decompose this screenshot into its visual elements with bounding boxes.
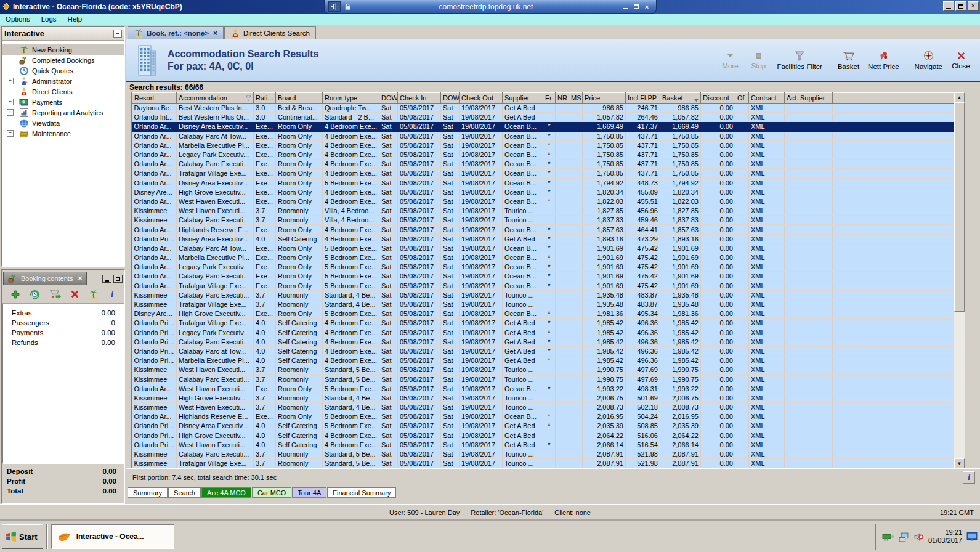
table-row[interactable]: Orlando Ar...Calabay Parc At Tow...Exe..… [132, 243, 954, 253]
column-header-resort[interactable]: Resort [132, 93, 177, 104]
palm-icon[interactable] [89, 290, 99, 299]
table-row[interactable]: KissimmeeTrafalgar Village Exe...3.7Room… [132, 459, 954, 468]
scroll-up-button[interactable]: ▲ [954, 92, 965, 102]
table-row[interactable]: KissimmeeCalabay Parc Executi...3.7Roomo… [132, 290, 954, 299]
menu-help[interactable]: Help [62, 14, 88, 25]
table-row[interactable]: KissimmeeCalabay Parc Executi...3.7Roomo… [132, 375, 954, 384]
bottom-tab-acc-4a-mco[interactable]: Acc 4A MCO [201, 487, 251, 498]
table-row[interactable]: Orlando Ar...Trafalgar Village Exe...Exe… [132, 169, 954, 178]
rdp-pin-button[interactable] [328, 1, 341, 12]
column-header-check-in[interactable]: Check In [398, 93, 441, 104]
booking-contents-row[interactable]: Passengers0 [3, 318, 123, 328]
basket-button[interactable]: Basket [833, 46, 864, 75]
tab-book-ref-none[interactable]: Book. ref.: <none>× [128, 26, 224, 39]
column-header-contract[interactable]: Contract [749, 93, 785, 104]
expand-icon[interactable]: + [7, 99, 14, 105]
table-row[interactable]: Orlando Ar...West Haven Executi...Exe...… [132, 197, 954, 206]
menu-options[interactable]: Options [0, 14, 36, 25]
table-row[interactable]: Orlando Pri...Disney Area Executiv...4.0… [132, 421, 954, 431]
booking-panel-maximize-button[interactable] [113, 275, 123, 283]
column-header-board[interactable]: Board [276, 93, 323, 104]
table-row[interactable]: Orlando Ar...Legacy Park Executiv...Exe.… [132, 150, 954, 159]
table-row[interactable]: Orlando Pri...West Haven Executi...4.0Se… [132, 440, 954, 449]
sidebar-item-viewdata[interactable]: Viewdata [2, 118, 124, 128]
table-row[interactable]: Orlando Int...Best Western Plus Or...3.0… [132, 113, 954, 122]
window-restore-button[interactable] [955, 1, 966, 11]
column-header-room-type[interactable]: Room type [323, 93, 379, 104]
table-row[interactable]: Orlando Ar...Calabay Parc At Tow...Exe..… [132, 131, 954, 140]
column-header-er[interactable]: Er [543, 93, 556, 104]
table-row[interactable]: Orlando Pri...Calabay Parc Executi...4.0… [132, 337, 954, 346]
table-row[interactable]: Orlando Ar...Disney Area Executiv...Exe.… [132, 122, 954, 131]
table-row[interactable]: Orlando Pri...Calabay Parc at Tow...4.0S… [132, 346, 954, 355]
table-row[interactable]: Orlando Ar...Highlands Reserve E...Exe..… [132, 225, 954, 234]
table-row[interactable]: Orlando Pri...Disney Area Executiv...4.0… [132, 234, 954, 243]
vertical-scrollbar[interactable]: ▲ ▼ [954, 92, 965, 468]
bottom-tab-financial-summary[interactable]: Financial Summary [327, 487, 396, 498]
quote-icon[interactable] [30, 289, 40, 299]
nett-price-button[interactable]: Nett Price [864, 46, 904, 75]
column-header-check-out[interactable]: Check Out [460, 93, 503, 104]
booking-contents-tab[interactable]: Booking contents × [3, 272, 87, 285]
expand-icon[interactable]: + [7, 78, 14, 84]
table-row[interactable]: Orlando Ar...Marbella Executive Pl...Exe… [132, 140, 954, 150]
table-row[interactable]: Orlando Ar...Calabay Parc Executi...Exe.… [132, 272, 954, 281]
table-row[interactable]: Orlando Ar...West Haven Executi...Exe...… [132, 384, 954, 393]
network-adapter-icon[interactable] [882, 532, 894, 542]
table-row[interactable]: Disney Are...High Grove Executiv...Exe..… [132, 187, 954, 197]
table-row[interactable]: KissimmeeHigh Grove Executiv...3.7Roomon… [132, 393, 954, 402]
collapse-panel-button[interactable]: − [113, 30, 122, 38]
tab-close-icon[interactable]: × [213, 29, 217, 38]
table-row[interactable]: KissimmeeWest Haven Executi...3.7Roomonl… [132, 403, 954, 412]
column-header-supplier[interactable]: Supplier [503, 93, 543, 104]
table-row[interactable]: Orlando Pri...Trafalgar Village Exe...4.… [132, 319, 954, 328]
bottom-tab-tour-4a[interactable]: Tour 4A [292, 487, 326, 498]
column-header-dow[interactable]: DOW [441, 93, 460, 104]
table-row[interactable]: KissimmeeWest Haven Executi...3.7Roomonl… [132, 206, 954, 216]
expand-icon[interactable]: + [7, 109, 14, 116]
redx-icon[interactable] [70, 290, 79, 299]
sidebar-item-quick-quotes[interactable]: Quick Quotes [2, 65, 124, 76]
sidebar-item-administrator[interactable]: +Administrator [2, 76, 124, 86]
table-row[interactable]: Orlando Ar...Marbella Executive Pl...Exe… [132, 253, 954, 262]
rdp-minimize-button[interactable] [621, 2, 631, 11]
booking-contents-close-icon[interactable]: × [78, 274, 82, 283]
navigate-button[interactable]: Navigate [910, 46, 947, 75]
column-header-nr[interactable]: NR [556, 93, 569, 104]
facilities-filter-button[interactable]: Facilities Filter [772, 46, 826, 75]
sidebar-item-new-booking[interactable]: New Booking [2, 44, 124, 55]
table-row[interactable]: Disney Are...High Grove Executiv...Exe..… [132, 309, 954, 319]
table-row[interactable]: Orlando Ar...Legacy Park Executiv...Exe.… [132, 262, 954, 272]
table-row[interactable]: Orlando Pri...High Grove Executiv...4.0S… [132, 431, 954, 440]
bottom-tab-car-mco[interactable]: Car MCO [252, 487, 291, 498]
window-close-button[interactable]: × [968, 1, 979, 11]
table-row[interactable]: KissimmeeWest Haven Executi...3.7Roomonl… [132, 365, 954, 375]
table-row[interactable]: Daytona Be...Best Western Plus In...3.0B… [132, 104, 954, 113]
column-header-of[interactable]: Of [735, 93, 749, 104]
menu-logs[interactable]: Logs [36, 14, 62, 25]
network-computer-icon[interactable] [899, 532, 909, 542]
window-minimize-button[interactable] [943, 1, 954, 11]
table-row[interactable]: Orlando Pri...Legacy Park Executiv...4.0… [132, 328, 954, 337]
column-header-discount[interactable]: Discount [701, 93, 735, 104]
remote-monitor-icon[interactable] [966, 532, 978, 542]
booking-contents-row[interactable]: Extras0.00 [3, 308, 123, 318]
booking-contents-row[interactable]: Payments0.00 [3, 328, 123, 338]
table-row[interactable]: Orlando Ar...Highlands Reserve E...Exe..… [132, 412, 954, 421]
rdp-restore-button[interactable] [631, 2, 642, 11]
sidebar-item-reporting-and-analytics[interactable]: +Reporting and Analytics [2, 107, 124, 118]
close-button[interactable]: Close [947, 46, 975, 75]
column-header-price[interactable]: Price [583, 93, 626, 104]
table-row[interactable]: KissimmeeCalabay Parc Executi...3.7Roomo… [132, 216, 954, 225]
sidebar-item-completed-bookings[interactable]: Completed Bookings [2, 55, 124, 65]
table-row[interactable]: KissimmeeCalabay Parc Executi...3.7Roomo… [132, 449, 954, 458]
info-button[interactable]: i [963, 471, 975, 484]
column-header-dow[interactable]: DOW [379, 93, 398, 104]
scroll-down-button[interactable]: ▼ [954, 458, 965, 468]
column-header-incl-fl-pp[interactable]: Incl.Fl.PP [626, 93, 660, 104]
column-header-act-supplier[interactable]: Act. Supplier [785, 93, 833, 104]
scrollbar-thumb[interactable] [954, 102, 965, 312]
taskbar-task-interactive[interactable]: Interactive - Ocea... [51, 524, 174, 549]
table-row[interactable]: Orlando Ar...Calabay Parc Executi...Exe.… [132, 160, 954, 169]
column-header-basket[interactable]: Basket [660, 93, 701, 104]
